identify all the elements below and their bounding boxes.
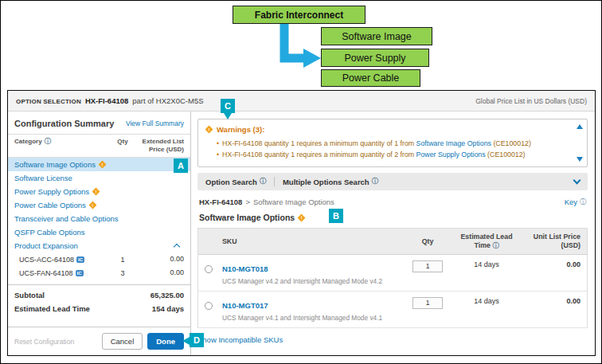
lead-time-value: 14 days: [453, 297, 520, 306]
warnings-box: ! Warnings (3): •HX-FI-64108 quantity 1 …: [197, 119, 588, 167]
callout-d-left-arrow-icon: [182, 337, 190, 345]
warning-item: •HX-FI-64108 quantity 1 requires a minim…: [217, 149, 571, 160]
sidebar-item-software-license[interactable]: Software License: [8, 171, 190, 185]
unit-price-header: Unit List Price (USD): [520, 233, 580, 250]
bullet-icon: •: [217, 151, 219, 159]
summary-product-row: UCS-FAN-64108 IC 3 0.00: [8, 266, 190, 280]
lead-time-row: Estimated Lead Time 154 days: [8, 302, 190, 315]
show-incompatible-skus-link[interactable]: Show Incompatible SKUs: [197, 335, 283, 344]
section-label: OPTION SELECTION: [16, 98, 81, 105]
summary-footer: Reset Configuration Cancel Done: [8, 327, 190, 355]
radio-button[interactable]: [205, 302, 213, 310]
lead-time-value: 154 days: [152, 304, 184, 313]
sidebar-item-qsfp-cable-options[interactable]: QSFP Cable Options: [8, 225, 190, 239]
qty-header: Qty: [402, 237, 453, 245]
divider: [274, 177, 275, 186]
breadcrumb-separator: >: [245, 198, 250, 206]
sidebar-item-power-supply-options[interactable]: Power Supply Options !: [8, 185, 190, 198]
info-icon[interactable]: ⓘ: [260, 178, 266, 185]
warning-icon: !: [99, 161, 106, 168]
reset-configuration-link[interactable]: Reset Configuration: [14, 338, 97, 346]
app-header: OPTION SELECTION HX-FI-64108 part of HX2…: [8, 91, 595, 112]
tab-option-search[interactable]: Option Search ⓘ: [205, 178, 266, 186]
option-detail-panel: ! Warnings (3): •HX-FI-64108 quantity 1 …: [191, 112, 595, 355]
ic-badge: IC: [76, 270, 84, 276]
sidebar-item-power-cable-options[interactable]: Power Cable Options !: [8, 198, 190, 212]
callout-c: C: [221, 99, 235, 113]
breadcrumb: HX-FI-64108 > Software Image Options Key…: [197, 190, 588, 209]
sidebar-item-software-image-options[interactable]: Software Image Options !: [8, 158, 190, 171]
chevron-up-icon[interactable]: [174, 244, 180, 250]
sku-description: UCS Manager v4.2 and Intersight Managed …: [222, 277, 402, 285]
warning-icon: !: [89, 202, 96, 209]
app-window: OPTION SELECTION HX-FI-64108 part of HX2…: [7, 90, 596, 356]
subtotal-label: Subtotal: [14, 291, 150, 299]
chevron-down-icon[interactable]: [573, 176, 581, 184]
section-title: Software Image Options !: [197, 209, 588, 228]
warning-option-link[interactable]: Software Image Options: [416, 139, 491, 147]
breadcrumb-current: Software Image Options: [253, 198, 334, 206]
warning-item: •HX-FI-64108 quantity 1 requires a minim…: [217, 138, 571, 149]
unit-price-value: 0.00: [520, 297, 580, 306]
sku-table-header: SKU Qty Estimated Lead Time ⓘ Unit List …: [198, 229, 587, 255]
callout-a: A: [174, 159, 188, 173]
screenshot-canvas: Fabric Interconnect Software Image Power…: [0, 0, 602, 364]
table-row: N10-MGT018 UCS Manager v4.2 and Intersig…: [198, 255, 587, 292]
view-full-summary-link[interactable]: View Full Summary: [126, 119, 184, 127]
breadcrumb-parent: HX-FI-64108: [199, 198, 242, 206]
sidebar-item-product-expansion[interactable]: Product Expansion: [8, 239, 190, 252]
sku-link[interactable]: N10-MGT018: [222, 264, 268, 273]
bullet-icon: •: [217, 139, 219, 147]
warnings-title: Warnings (3):: [217, 125, 264, 134]
info-icon[interactable]: ⓘ: [45, 139, 51, 145]
app-body: Configuration Summary View Full Summary …: [8, 112, 595, 355]
info-icon[interactable]: ⓘ: [492, 242, 498, 249]
callout-b: B: [329, 209, 343, 223]
sidebar-item-transceiver-cable-options[interactable]: Transceiver and Cable Options: [8, 212, 190, 225]
lead-time-header: Estimated Lead Time ⓘ: [453, 233, 520, 250]
scroll-up-icon[interactable]: [577, 124, 583, 129]
summary-title: Configuration Summary: [14, 119, 114, 128]
summary-column-headers: Category ⓘ Qty Extended List Price (USD): [8, 134, 190, 158]
key-link[interactable]: Key: [565, 198, 577, 206]
warning-icon: !: [298, 214, 305, 221]
done-button[interactable]: Done: [147, 333, 184, 350]
warning-option-link[interactable]: Power Supply Options: [416, 151, 486, 159]
lead-time-value: 14 days: [453, 260, 520, 269]
product-price: 0.00: [133, 255, 184, 264]
warning-code: (CE100012): [493, 139, 530, 147]
sku-link[interactable]: N10-MGT017: [222, 301, 268, 310]
part-of-label: part of HX2X0C-M5S: [132, 96, 203, 105]
elbow-arrow-icon: [270, 23, 326, 69]
product-name: UCS-ACC-64108: [19, 256, 74, 264]
annotation-software-image: Software Image: [321, 27, 432, 45]
option-selection-title: OPTION SELECTION HX-FI-64108 part of HX2…: [16, 96, 204, 105]
qty-input[interactable]: [412, 297, 443, 309]
info-icon[interactable]: ⓘ: [372, 178, 378, 185]
summary-product-row: UCS-ACC-64108 IC 1 0.00: [8, 252, 190, 266]
warnings-list: •HX-FI-64108 quantity 1 requires a minim…: [217, 138, 571, 160]
qty-column-header: Qty: [112, 138, 133, 145]
product-name: UCS-FAN-64108: [19, 269, 73, 277]
product-qty: 1: [112, 256, 133, 264]
scroll-down-icon[interactable]: [577, 157, 583, 162]
qty-input[interactable]: [412, 260, 443, 272]
warning-icon: !: [205, 126, 213, 133]
tab-multiple-options-search[interactable]: Multiple Options Search ⓘ: [283, 178, 378, 186]
option-search-bar: Option Search ⓘ Multiple Options Search …: [197, 173, 588, 190]
sku-description: UCS Manager v4.1 and Intersight Managed …: [222, 314, 402, 322]
warning-code: (CE100012): [487, 151, 525, 159]
product-code: HX-FI-64108: [85, 96, 128, 105]
cancel-button[interactable]: Cancel: [102, 333, 143, 350]
warning-icon: !: [92, 188, 100, 195]
subtotal-value: 65,325.00: [150, 291, 184, 299]
radio-button[interactable]: [205, 265, 213, 273]
callout-c-down-arrow-icon: [224, 113, 232, 119]
annotation-power-cable: Power Cable: [321, 69, 420, 87]
info-icon[interactable]: ⓘ: [580, 199, 586, 205]
category-column-header: Category ⓘ: [14, 138, 112, 145]
unit-price-value: 0.00: [520, 260, 580, 269]
product-price: 0.00: [133, 268, 184, 277]
summary-totals: Subtotal 65,325.00 Estimated Lead Time 1…: [8, 284, 190, 319]
annotation-power-supply: Power Supply: [321, 49, 429, 67]
